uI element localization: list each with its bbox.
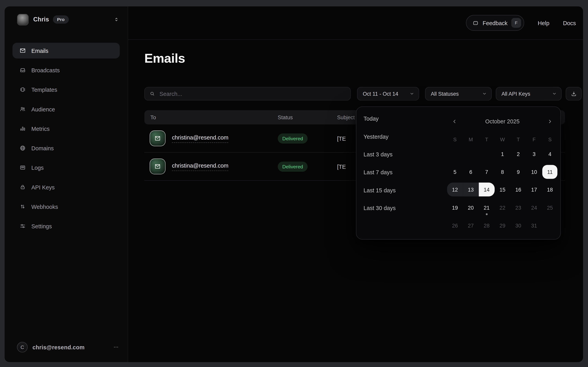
user-name: Chris <box>33 16 49 23</box>
calendar-day[interactable]: 6 <box>463 163 479 181</box>
inbox-icon <box>19 67 26 74</box>
next-month-button[interactable] <box>545 116 555 127</box>
sidebar-item-label: Webhooks <box>32 203 58 210</box>
status-cell: Delivered <box>278 161 337 172</box>
calendar-day <box>447 145 463 163</box>
main-area: Feedback F Help Docs Emails Oct 11 - Oct… <box>128 6 583 362</box>
calendar-day[interactable]: 7 <box>479 163 495 181</box>
docs-link[interactable]: Docs <box>563 20 576 26</box>
search-input[interactable] <box>159 91 346 97</box>
list-card-icon <box>19 164 26 171</box>
column-header-to: To <box>144 114 278 120</box>
sliders-icon <box>19 223 26 229</box>
export-button[interactable] <box>566 87 582 100</box>
calendar-preset[interactable]: Last 15 days <box>364 187 439 195</box>
today-dot-indicator <box>486 213 487 215</box>
chevron-down-icon <box>552 92 556 96</box>
recipient-email: christina@resend.com <box>172 162 228 171</box>
calendar-day[interactable]: 4 <box>542 145 558 163</box>
search-box[interactable] <box>144 87 351 100</box>
date-range-popover: TodayYesterdayLast 3 daysLast 7 daysLast… <box>356 107 561 240</box>
calendar-day[interactable]: 18 <box>542 181 558 199</box>
calendar-preset[interactable]: Last 7 days <box>364 169 439 177</box>
lock-icon <box>19 184 26 190</box>
status-filter[interactable]: All Statuses <box>425 87 492 100</box>
sidebar-item-broadcasts[interactable]: Broadcasts <box>12 62 120 78</box>
account-row[interactable]: C chris@resend.com <box>17 342 119 352</box>
search-icon <box>149 91 155 97</box>
carousel-icon <box>19 86 26 93</box>
sidebar-item-label: Emails <box>32 47 49 54</box>
api-key-filter[interactable]: All API Keys <box>496 87 562 100</box>
calendar-day: 23 <box>510 199 526 217</box>
previous-month-button[interactable] <box>449 116 460 127</box>
sidebar-item-label: Domains <box>32 145 54 151</box>
sidebar-item-metrics[interactable]: Metrics <box>12 121 120 136</box>
sidebar-item-domains[interactable]: Domains <box>12 140 120 156</box>
calendar-day[interactable]: 11 <box>542 163 558 181</box>
sidebar-item-templates[interactable]: Templates <box>12 82 120 97</box>
filters-row: Oct 11 - Oct 14 All Statuses All API Key… <box>128 87 583 100</box>
email-envelope-icon <box>150 130 166 146</box>
calendar-day: 22 <box>495 199 510 217</box>
chevron-down-icon <box>410 92 414 96</box>
status-badge: Delivered <box>278 133 308 143</box>
calendar-day[interactable]: 16 <box>510 181 526 199</box>
column-header-status: Status <box>278 114 337 120</box>
calendar-preset[interactable]: Last 3 days <box>364 151 439 159</box>
sidebar-item-emails[interactable]: Emails <box>12 43 120 58</box>
sidebar: Chris Pro Emails Broadcasts Templates <box>5 6 128 362</box>
calendar-day[interactable]: 15 <box>495 181 510 199</box>
account-email: chris@resend.com <box>33 344 84 350</box>
calendar-preset[interactable]: Today <box>364 116 439 123</box>
workspace-switcher[interactable]: Chris Pro <box>17 14 119 25</box>
sidebar-item-settings[interactable]: Settings <box>12 218 120 234</box>
sidebar-item-logs[interactable]: Logs <box>12 160 120 175</box>
plan-badge: Pro <box>53 15 69 24</box>
calendar-day[interactable]: 19 <box>447 199 463 217</box>
date-range-filter[interactable]: Oct 11 - Oct 14 <box>357 87 419 100</box>
calendar-day[interactable]: 9 <box>510 163 526 181</box>
calendar-day[interactable]: 2 <box>510 145 526 163</box>
calendar-weekday-row: SMTWTFS <box>447 134 558 144</box>
feedback-shortcut-key: F <box>511 18 521 28</box>
calendar-day[interactable]: 21 <box>479 199 495 217</box>
calendar-weekday: F <box>526 134 542 144</box>
sidebar-item-audience[interactable]: Audience <box>12 101 120 117</box>
calendar-day: 29 <box>495 217 510 234</box>
sidebar-item-label: Logs <box>32 164 44 171</box>
calendar-weekday: M <box>463 134 479 144</box>
account-avatar: C <box>17 342 28 352</box>
calendar-day: 24 <box>526 199 542 217</box>
calendar-weekday: T <box>479 134 495 144</box>
sidebar-nav: Emails Broadcasts Templates Audience Met… <box>12 43 120 234</box>
calendar-day[interactable]: 1 <box>495 145 510 163</box>
calendar-day[interactable]: 8 <box>495 163 510 181</box>
calendar-day: 28 <box>479 217 495 234</box>
calendar-preset[interactable]: Yesterday <box>364 133 439 141</box>
api-key-filter-value: All API Keys <box>502 91 530 97</box>
sidebar-item-api-keys[interactable]: API Keys <box>12 179 120 195</box>
calendar-day[interactable]: 3 <box>526 145 542 163</box>
download-icon <box>571 91 577 97</box>
sidebar-item-webhooks[interactable]: Webhooks <box>12 199 120 214</box>
sidebar-item-label: Broadcasts <box>32 67 60 73</box>
calendar-day[interactable]: 10 <box>526 163 542 181</box>
calendar-weekday: W <box>495 134 510 144</box>
calendar-day[interactable]: 12 <box>447 181 463 199</box>
calendar-day[interactable]: 13 <box>463 181 479 199</box>
chevron-down-icon <box>482 92 487 96</box>
calendar-day[interactable]: 20 <box>463 199 479 217</box>
calendar-day[interactable]: 5 <box>447 163 463 181</box>
calendar-preset[interactable]: Last 30 days <box>364 205 439 213</box>
topbar: Feedback F Help Docs <box>128 6 583 40</box>
calendar-day[interactable]: 17 <box>526 181 542 199</box>
help-link[interactable]: Help <box>538 20 549 26</box>
bar-chart-icon <box>19 125 26 132</box>
sidebar-item-label: Metrics <box>32 125 50 132</box>
calendar-day[interactable]: 14 <box>479 181 495 199</box>
sidebar-item-label: API Keys <box>32 184 55 190</box>
more-options-icon[interactable] <box>113 344 119 350</box>
calendar-day: 27 <box>463 217 479 234</box>
feedback-button[interactable]: Feedback F <box>466 15 524 31</box>
